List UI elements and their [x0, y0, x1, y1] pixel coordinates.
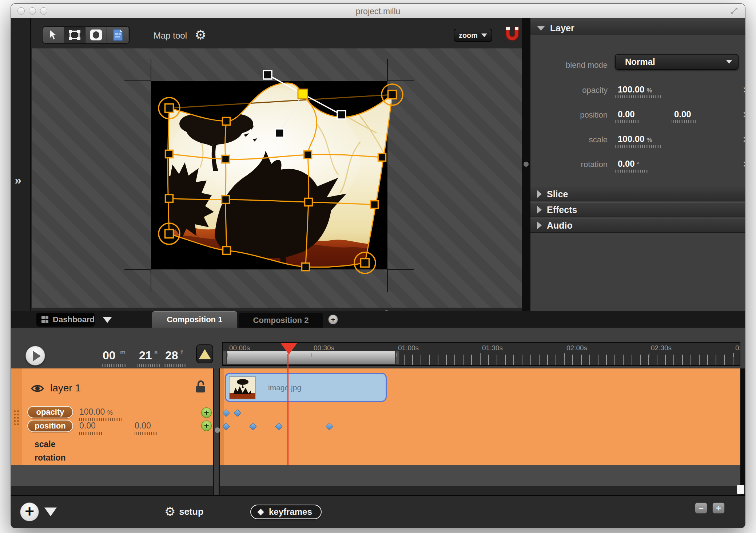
- slice-section-header[interactable]: Slice: [530, 187, 745, 201]
- scale-clear-button[interactable]: ✕: [741, 134, 745, 145]
- position-track-y-scrubber[interactable]: [135, 432, 158, 435]
- ruler-range-bar[interactable]: [227, 351, 395, 364]
- track-divider-knob[interactable]: [215, 427, 220, 433]
- timeline-zoom-in-button[interactable]: +: [712, 502, 725, 514]
- selected-mesh-point[interactable]: [298, 89, 307, 99]
- magnet-snap-icon[interactable]: [504, 25, 520, 44]
- timeline-tracks: layer 1 opacity 100.00 % + position 0.00…: [11, 368, 745, 495]
- layer-unlocked-icon[interactable]: [195, 380, 206, 393]
- blend-mode-dropdown[interactable]: Normal: [615, 54, 739, 70]
- time-minutes-scrubber[interactable]: [102, 364, 127, 367]
- zoom-dropdown[interactable]: zoom: [454, 29, 492, 42]
- timeline-zoom-out-button[interactable]: −: [695, 502, 707, 514]
- map-warp-tool-button[interactable]: [64, 27, 85, 43]
- ruler-fine-tick: [606, 355, 607, 365]
- add-layer-button[interactable]: +: [20, 502, 39, 521]
- position-track-y[interactable]: 0.00: [135, 421, 151, 431]
- layer-track-edge: [220, 368, 224, 465]
- play-button[interactable]: [25, 346, 45, 366]
- rotation-clear-button[interactable]: ✕: [741, 159, 745, 170]
- ruler-label: 00:00s: [229, 344, 250, 352]
- marker-mode-button[interactable]: [196, 344, 213, 363]
- dashboard-menu-caret[interactable]: [103, 317, 112, 323]
- scale-track-label[interactable]: scale: [35, 439, 56, 449]
- position-y-value[interactable]: 0.00: [674, 109, 691, 119]
- tool-group: [42, 26, 130, 44]
- opacity-track-pill[interactable]: opacity: [27, 406, 73, 418]
- time-minutes[interactable]: 00: [103, 349, 116, 362]
- opacity-clear-button[interactable]: ✕: [741, 85, 745, 95]
- timeline-lane[interactable]: image.jpg: [220, 368, 740, 495]
- add-composition-button[interactable]: +: [328, 315, 338, 324]
- mask-tool-button[interactable]: [85, 27, 107, 43]
- keyframe-diamond[interactable]: [275, 423, 283, 430]
- setup-gear-icon: ⚙: [164, 505, 175, 518]
- document-tool-button[interactable]: [107, 27, 128, 43]
- ruler-fine-tick: [733, 355, 733, 365]
- add-position-keyframe-button[interactable]: +: [201, 421, 212, 431]
- timeline-ruler[interactable]: 00:00s00:30s01:00s01:30s02:00s02:30s03:0…: [222, 342, 740, 366]
- opacity-track-scrubber[interactable]: [79, 418, 122, 421]
- opacity-scrubber[interactable]: [615, 95, 661, 98]
- vertical-scrollbar[interactable]: [740, 368, 745, 495]
- opacity-value[interactable]: 100.00%: [618, 84, 652, 95]
- preview-canvas[interactable]: [32, 48, 522, 308]
- tool-settings-gear-icon[interactable]: ⚙: [195, 28, 206, 42]
- rotation-track-label[interactable]: rotation: [35, 453, 66, 463]
- panel-divider-knob[interactable]: [524, 162, 529, 167]
- opacity-track-value[interactable]: 100.00 %: [79, 407, 113, 417]
- scale-value[interactable]: 100.00%: [618, 134, 652, 144]
- tab-composition-1[interactable]: Composition 1: [152, 311, 237, 328]
- position-y-scrubber[interactable]: [672, 120, 696, 123]
- layer-visibility-eye-icon[interactable]: [31, 384, 44, 393]
- rotation-scrubber[interactable]: [615, 170, 649, 173]
- layer-name[interactable]: layer 1: [50, 382, 81, 394]
- time-seconds-scrubber[interactable]: [138, 364, 160, 367]
- keyframe-diamond[interactable]: [326, 423, 333, 430]
- ruler-range-cap-left[interactable]: [223, 351, 227, 364]
- tab-composition-2[interactable]: Composition 2: [239, 313, 323, 328]
- scrollbar-thumb[interactable]: [737, 485, 744, 494]
- effects-section-header[interactable]: Effects: [530, 202, 745, 217]
- time-seconds[interactable]: 21: [139, 349, 152, 362]
- ruler-fine-tick: [699, 355, 700, 365]
- rotation-value[interactable]: 0.00°: [618, 159, 640, 169]
- fullscreen-icon[interactable]: [730, 7, 739, 15]
- layer-section-title: Layer: [550, 23, 574, 33]
- position-x-scrubber[interactable]: [615, 120, 639, 123]
- scale-scrubber[interactable]: [615, 145, 661, 148]
- playhead-line[interactable]: [287, 354, 289, 465]
- position-x-value[interactable]: 0.00: [618, 109, 635, 119]
- add-opacity-keyframe-button[interactable]: +: [201, 407, 212, 418]
- time-frames-scrubber[interactable]: [164, 364, 186, 367]
- layer-row-header[interactable]: layer 1 opacity 100.00 % + position 0.00…: [11, 368, 213, 465]
- ruler-major-tick: [227, 353, 228, 357]
- track-panel-divider[interactable]: [213, 368, 220, 495]
- expand-panel-chevrons-icon[interactable]: »: [15, 173, 21, 187]
- clip-image-jpg[interactable]: image.jpg: [225, 373, 387, 402]
- ruler-fine-tick: [581, 355, 582, 365]
- ruler-fine-tick: [682, 355, 683, 365]
- add-layer-menu-caret[interactable]: [44, 508, 57, 516]
- playhead-handle[interactable]: [280, 343, 297, 355]
- chevron-down-icon: [481, 33, 487, 37]
- keyframe-diamond[interactable]: [249, 423, 257, 430]
- rotation-label: rotation: [538, 160, 608, 169]
- position-clear-button[interactable]: ✕: [741, 110, 745, 120]
- position-track-pill[interactable]: position: [27, 420, 73, 432]
- time-frames[interactable]: 28: [165, 349, 178, 362]
- keyframes-mode-button[interactable]: keyframes: [250, 505, 322, 519]
- select-tool-button[interactable]: [43, 27, 64, 43]
- position-track-x[interactable]: 0.00: [79, 421, 96, 431]
- setup-mode-button[interactable]: ⚙ setup: [164, 505, 203, 518]
- layer-section-header[interactable]: Layer: [530, 21, 745, 35]
- blend-mode-value: Normal: [625, 57, 726, 67]
- layer-drag-handle[interactable]: [13, 410, 20, 426]
- keyframe-diamond[interactable]: [234, 409, 241, 417]
- layer-track[interactable]: image.jpg: [220, 368, 740, 465]
- dashboard-tab[interactable]: Dashboard: [36, 313, 95, 327]
- position-track-x-scrubber[interactable]: [79, 432, 103, 435]
- panel-divider[interactable]: [522, 18, 530, 311]
- audio-section-header[interactable]: Audio: [530, 218, 745, 233]
- ruler-fine-tick: [665, 355, 666, 365]
